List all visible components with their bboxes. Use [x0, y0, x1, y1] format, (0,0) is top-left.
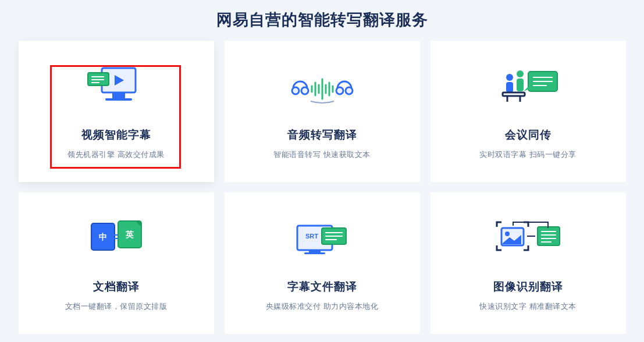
svg-rect-20 — [506, 82, 513, 92]
card-doc-translate[interactable]: 中 英 文档翻译 文档一键翻译，保留原文排版 — [19, 193, 214, 334]
svg-point-8 — [292, 87, 299, 94]
card-desc: 央媒级标准交付 助力内容本地化 — [266, 301, 378, 312]
card-video-subtitle[interactable]: 视频智能字幕 领先机器引擎 高效交付成果 — [19, 41, 214, 182]
card-desc: 文档一键翻译，保留原文排版 — [65, 301, 168, 312]
svg-point-10 — [336, 87, 343, 94]
card-title: 音频转写翻译 — [287, 127, 357, 142]
svg-text:中: 中 — [99, 232, 107, 241]
video-subtitle-icon — [81, 63, 151, 109]
card-meeting-interpret[interactable]: 会议同传 实时双语字幕 扫码一键分享 — [430, 41, 626, 182]
card-desc: 智能语音转写 快速获取文本 — [273, 149, 370, 160]
svg-text:英: 英 — [125, 230, 134, 239]
card-audio-transcribe[interactable]: 音频转写翻译 智能语音转写 快速获取文本 — [225, 41, 420, 182]
card-desc: 快速识别文字 精准翻译文本 — [479, 301, 576, 312]
service-grid: 视频智能字幕 领先机器引擎 高效交付成果 — [0, 41, 644, 334]
svg-rect-3 — [105, 98, 132, 101]
doc-translate-icon: 中 英 — [81, 215, 151, 261]
card-desc: 领先机器引擎 高效交付成果 — [67, 149, 164, 160]
srt-translate-icon: SRT — [287, 215, 357, 261]
card-title: 图像识别翻译 — [493, 279, 563, 294]
svg-rect-39 — [309, 250, 321, 252]
svg-rect-2 — [112, 92, 125, 98]
card-title: 字幕文件翻译 — [287, 279, 357, 294]
card-title: 会议同传 — [505, 127, 552, 142]
svg-point-47 — [505, 231, 510, 236]
meeting-interpret-icon — [493, 63, 563, 109]
svg-point-21 — [517, 70, 524, 77]
svg-rect-22 — [517, 79, 524, 91]
svg-point-9 — [301, 87, 308, 94]
card-srt-translate[interactable]: SRT 字幕文件翻译 央媒级标准交付 助力内容本地化 — [225, 193, 420, 334]
page-title: 网易自营的智能转写翻译服务 — [0, 0, 644, 41]
svg-point-19 — [506, 74, 513, 81]
svg-rect-49 — [538, 227, 560, 245]
audio-transcribe-icon — [287, 63, 357, 109]
image-ocr-icon — [493, 215, 563, 261]
svg-rect-40 — [304, 252, 325, 254]
card-title: 视频智能字幕 — [81, 127, 151, 142]
card-desc: 实时双语字幕 扫码一键分享 — [479, 149, 576, 160]
svg-point-11 — [346, 87, 353, 94]
card-title: 文档翻译 — [93, 279, 140, 294]
card-image-ocr[interactable]: 图像识别翻译 快速识别文字 精准翻译文本 — [430, 193, 626, 334]
svg-rect-28 — [503, 92, 525, 96]
svg-text:SRT: SRT — [305, 233, 318, 240]
